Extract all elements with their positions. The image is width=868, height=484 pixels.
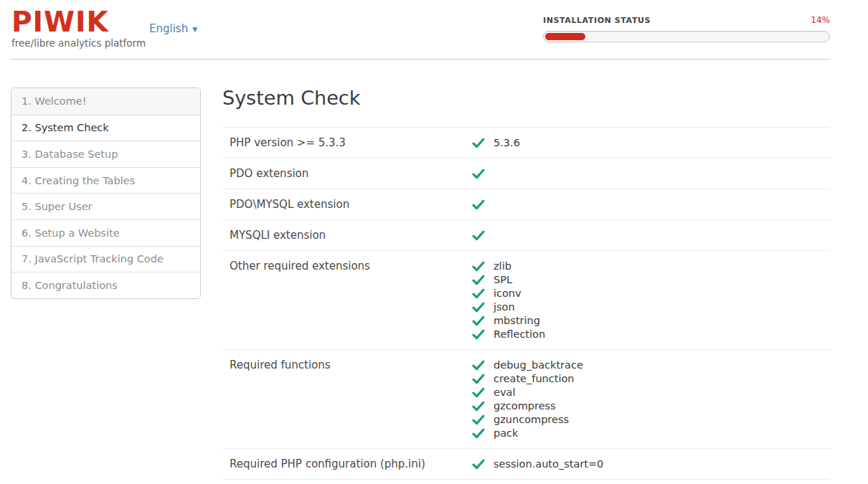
check-item-text: gzcompress — [494, 399, 556, 413]
check-item-text: pack — [494, 427, 518, 440]
chevron-down-icon: ▼ — [192, 26, 197, 33]
check-icon — [472, 302, 485, 313]
check-item: json — [472, 300, 545, 314]
check-item-text: zlib — [494, 260, 511, 273]
check-item — [472, 229, 494, 242]
check-item-text: mbstring — [494, 314, 540, 328]
check-item-text: gzuncompress — [494, 413, 569, 427]
check-item: zlib — [472, 260, 545, 273]
check-results — [472, 198, 494, 212]
check-icon — [472, 169, 485, 179]
step-label: 7. JavaScript Tracking Code — [22, 253, 164, 265]
check-item: SPL — [472, 273, 545, 287]
check-item: debug_backtrace — [472, 359, 583, 372]
check-item: session.auto_start=0 — [472, 457, 603, 471]
check-results: debug_backtrace create_function eval gzc… — [472, 359, 583, 440]
language-label: English — [149, 22, 188, 35]
check-row: PDO\MYSQL extension — [222, 189, 830, 219]
check-results: session.auto_start=0 — [472, 457, 603, 471]
check-item: mbstring — [472, 314, 545, 328]
check-item-text: 5.3.6 — [494, 136, 520, 150]
check-icon — [472, 288, 485, 299]
check-item — [472, 167, 494, 181]
check-item — [472, 198, 494, 212]
check-item-text: Reflection — [494, 328, 545, 341]
sidebar-step: 8. Congratulations — [11, 272, 200, 298]
check-item: gzcompress — [472, 399, 583, 413]
check-label: PDO\MYSQL extension — [222, 198, 472, 212]
check-item-text: create_function — [494, 372, 575, 386]
check-icon — [472, 360, 485, 371]
check-row: Other required extensions zlib SPL iconv — [222, 250, 830, 349]
check-row: Required PHP configuration (php.ini) ses… — [222, 448, 830, 480]
check-icon — [472, 275, 485, 285]
step-label: 2. System Check — [22, 122, 109, 133]
check-label: MYSQLI extension — [222, 229, 472, 242]
check-results: zlib SPL iconv json mbstring — [472, 260, 545, 341]
check-results — [472, 167, 494, 181]
installation-progressbar — [543, 31, 830, 42]
system-check-table: PHP version >= 5.3.3 5.3.6 PDO extension… — [222, 127, 830, 480]
sidebar-step: 5. Super User — [11, 193, 200, 219]
page-title: System Check — [222, 87, 830, 110]
sidebar: 1. Welcome! 2. System Check 3. Database … — [11, 87, 201, 299]
check-item: Reflection — [472, 328, 545, 341]
step-label: 4. Creating the Tables — [22, 175, 135, 186]
step-label: 5. Super User — [22, 201, 93, 212]
check-icon — [472, 261, 485, 272]
check-label: PHP version >= 5.3.3 — [222, 136, 472, 150]
check-item-text: session.auto_start=0 — [494, 457, 603, 471]
check-item-text: iconv — [494, 287, 522, 300]
check-label: PDO extension — [222, 167, 472, 181]
check-icon — [472, 459, 485, 470]
sidebar-step: 3. Database Setup — [11, 141, 200, 167]
check-item: iconv — [472, 287, 545, 300]
check-icon — [472, 138, 485, 148]
installation-status-label: INSTALLATION STATUS — [543, 16, 651, 25]
step-label: 3. Database Setup — [22, 148, 118, 160]
check-item: 5.3.6 — [472, 136, 520, 150]
check-icon — [472, 230, 485, 241]
check-row: PDO extension — [222, 158, 830, 189]
sidebar-step: 6. Setup a Website — [11, 219, 200, 246]
check-row: Required functions debug_backtrace creat… — [222, 349, 830, 448]
check-item: pack — [472, 427, 583, 440]
check-item-text: eval — [494, 386, 515, 399]
check-item: create_function — [472, 372, 583, 386]
check-icon — [472, 401, 485, 412]
progressbar-fill — [545, 33, 585, 40]
check-icon — [472, 414, 485, 425]
check-results — [472, 229, 494, 242]
piwik-logo: PIWIK — [11, 7, 146, 37]
sidebar-steps: 1. Welcome! 2. System Check 3. Database … — [11, 88, 200, 298]
step-label: 8. Congratulations — [22, 280, 118, 291]
check-label: Other required extensions — [222, 260, 472, 273]
sidebar-step: 7. JavaScript Tracking Code — [11, 246, 200, 272]
main-content: System Check PHP version >= 5.3.3 5.3.6 … — [222, 87, 830, 480]
check-icon — [472, 387, 485, 398]
sidebar-step: 2. System Check — [11, 115, 200, 141]
check-icon — [472, 374, 485, 384]
check-icon — [472, 315, 485, 326]
logo-tagline: free/libre analytics platform — [11, 37, 146, 49]
header: PIWIK free/libre analytics platform Engl… — [0, 0, 868, 59]
check-label: Required functions — [222, 359, 472, 372]
sidebar-step: 4. Creating the Tables — [11, 167, 200, 194]
language-selector[interactable]: English ▼ — [149, 22, 197, 35]
check-row: MYSQLI extension — [222, 219, 830, 250]
check-icon — [472, 329, 485, 340]
check-item: eval — [472, 386, 583, 399]
check-row: PHP version >= 5.3.3 5.3.6 — [222, 127, 830, 158]
step-label: 1. Welcome! — [22, 95, 87, 107]
check-item-text: SPL — [494, 273, 512, 287]
check-icon — [472, 428, 485, 439]
sidebar-step: 1. Welcome! — [11, 88, 200, 115]
check-item-text: json — [494, 300, 515, 314]
check-results: 5.3.6 — [472, 136, 520, 150]
logo-block: PIWIK free/libre analytics platform — [11, 7, 146, 49]
check-item-text: debug_backtrace — [494, 359, 583, 372]
header-divider — [11, 59, 831, 60]
check-item: gzuncompress — [472, 413, 583, 427]
installation-status-percent: 14% — [811, 15, 830, 25]
step-label: 6. Setup a Website — [22, 227, 120, 239]
